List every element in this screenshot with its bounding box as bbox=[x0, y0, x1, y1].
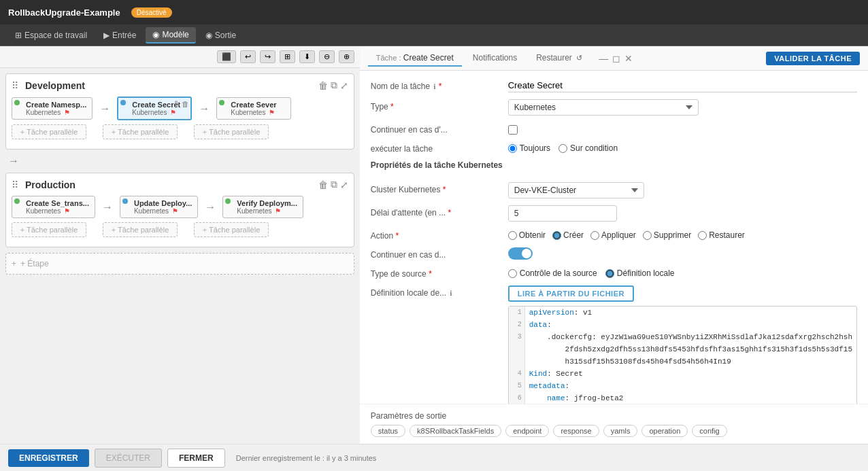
restore-icon[interactable]: ◻ bbox=[612, 53, 620, 64]
action-appliquer-radio[interactable] bbox=[590, 231, 599, 240]
task-2-edit-btn[interactable]: ✎ bbox=[174, 99, 180, 108]
execute-button[interactable]: EXÉCUTER bbox=[95, 449, 162, 468]
parallel-task-dev-1[interactable]: + Tâche parallèle bbox=[12, 124, 86, 139]
task-4-type: Kubernetes ⚑ bbox=[18, 207, 89, 215]
bottom-bar: ENREGISTRER EXÉCUTER FERMER Dernier enre… bbox=[0, 444, 868, 471]
stage-development: ⠿ Development 🗑 ⧉ ⤢ Create Namesp... Ku bbox=[5, 73, 354, 150]
nav-model[interactable]: ◉ Modèle bbox=[146, 27, 195, 43]
execute-always-label[interactable]: Toujours bbox=[508, 143, 550, 153]
task-create-namespace[interactable]: Create Namesp... Kubernetes ⚑ bbox=[12, 97, 93, 120]
toolbar-download-btn[interactable]: ⬇ bbox=[299, 50, 315, 63]
task-dot-5 bbox=[122, 198, 128, 204]
tab-notifications[interactable]: Notifications bbox=[465, 50, 525, 67]
minimize-icon[interactable]: — bbox=[599, 53, 608, 64]
action-obtenir-radio[interactable] bbox=[508, 231, 517, 240]
app-title: RollbackUpgrade-Example bbox=[8, 7, 120, 18]
form-row-continue-error2: Continuer en cas d... bbox=[371, 247, 857, 260]
continue-error-toggle[interactable] bbox=[508, 247, 533, 260]
drag-handle-dev[interactable]: ⠿ bbox=[12, 80, 18, 91]
code-line-5: 5 metadata: bbox=[509, 380, 856, 392]
tab-tache[interactable]: Tâche : Create Secret bbox=[368, 50, 462, 67]
stage-dev-expand-btn[interactable]: ⤢ bbox=[340, 80, 348, 91]
parallel-task-dev-3[interactable]: + Tâche parallèle bbox=[194, 124, 269, 139]
task-6-name: Verify Deploym... bbox=[229, 199, 297, 207]
action-restaurer-radio[interactable] bbox=[698, 231, 707, 240]
cluster-select[interactable]: Dev-VKE-Cluster Prod-VKE-Cluster bbox=[508, 182, 644, 198]
toolbar-redo-btn[interactable]: ↪ bbox=[260, 50, 276, 63]
source-control-radio[interactable] bbox=[508, 269, 517, 278]
task-create-sever[interactable]: Create Sever Kubernetes ⚑ bbox=[216, 97, 291, 120]
type-select[interactable]: Kubernetes Docker Shell bbox=[508, 99, 699, 116]
close-icon[interactable]: ✕ bbox=[624, 53, 633, 64]
arrow-1: → bbox=[99, 103, 110, 115]
execute-condition-label[interactable]: Sur condition bbox=[558, 143, 618, 153]
taskname-input[interactable] bbox=[508, 79, 857, 92]
code-line-3b: 2fdsh5zxdg2dfh5ss13h8dfs5453hfdsfhf3as15… bbox=[509, 343, 856, 355]
task-create-se-trans[interactable]: Create Se_trans... Kubernetes ⚑ bbox=[12, 196, 95, 218]
task-verify-deploy[interactable]: Verify Deploym... Kubernetes ⚑ bbox=[222, 196, 303, 218]
task-create-secret[interactable]: ✎ 🗑 Create Secret Kubernetes ⚑ bbox=[117, 97, 192, 120]
form-row-execute: exécuter la tâche Toujours Sur condition bbox=[371, 141, 857, 154]
execute-always-text: Toujours bbox=[520, 143, 550, 153]
add-stage-label: + Étape bbox=[20, 259, 49, 268]
close-button[interactable]: FERMER bbox=[167, 449, 225, 468]
toolbar-fit-btn[interactable]: ⊞ bbox=[280, 50, 295, 63]
toolbar-zoom-in-btn[interactable]: ⊕ bbox=[339, 50, 354, 63]
stage-production: ⠿ Production 🗑 ⧉ ⤢ Create Se_trans... Ku… bbox=[5, 173, 354, 247]
execute-condition-radio[interactable] bbox=[558, 144, 567, 153]
code-line-6: 6 name: jfrog-beta2 bbox=[509, 392, 856, 404]
local-def-label[interactable]: Définition locale bbox=[605, 268, 675, 278]
right-tab-icons: — ◻ ✕ bbox=[599, 53, 633, 64]
parallel-task-prod-3[interactable]: + Tâche parallèle bbox=[194, 222, 269, 237]
parallel-task-prod-2[interactable]: + Tâche parallèle bbox=[103, 222, 178, 237]
task-update-deploy[interactable]: Update Deploy... Kubernetes ⚑ bbox=[120, 196, 198, 218]
local-def-radio[interactable] bbox=[605, 269, 614, 278]
stage-dev-copy-btn[interactable]: ⧉ bbox=[331, 80, 337, 91]
execute-condition-text: Sur condition bbox=[570, 143, 618, 153]
task-2-delete-btn[interactable]: 🗑 bbox=[182, 99, 189, 108]
action-supprimer-label[interactable]: Supprimer bbox=[643, 230, 691, 240]
stage-production-actions: 🗑 ⧉ ⤢ bbox=[318, 179, 348, 190]
model-icon: ◉ bbox=[152, 30, 159, 39]
toolbar-undo-btn[interactable]: ↩ bbox=[240, 50, 256, 63]
action-creer-label[interactable]: Créer bbox=[552, 230, 584, 240]
nav-output[interactable]: ◉ Sortie bbox=[199, 28, 243, 43]
code-editor[interactable]: 1 apiVersion: v1 2 data: 3 .dockercfg: e… bbox=[508, 306, 857, 404]
stage-arrow-icon: → bbox=[8, 155, 19, 167]
validate-task-btn[interactable]: VALIDER LA TÂCHE bbox=[766, 52, 860, 65]
timeout-input[interactable] bbox=[508, 205, 617, 222]
right-tabs: Tâche : Create Secret Notifications Rest… bbox=[360, 46, 868, 71]
label-cluster: Cluster Kubernetes * bbox=[371, 182, 500, 194]
action-supprimer-radio[interactable] bbox=[643, 231, 652, 240]
stage-prod-delete-btn[interactable]: 🗑 bbox=[318, 179, 328, 190]
execute-always-radio[interactable] bbox=[508, 144, 517, 153]
continue-error-checkbox[interactable] bbox=[508, 125, 518, 135]
file-btn[interactable]: LIRE À PARTIR DU FICHIER bbox=[508, 285, 634, 302]
parallel-task-prod-1[interactable]: + Tâche parallèle bbox=[12, 222, 86, 237]
parallel-task-dev-2[interactable]: + Tâche parallèle bbox=[103, 124, 178, 139]
stage-production-title: Production bbox=[25, 179, 76, 190]
stage-dev-delete-btn[interactable]: 🗑 bbox=[318, 80, 328, 91]
add-stage-box[interactable]: + + Étape bbox=[5, 253, 354, 275]
toolbar-frame-btn[interactable]: ⬛ bbox=[217, 50, 236, 63]
task-2-link: ⚑ bbox=[170, 109, 176, 116]
drag-handle-prod[interactable]: ⠿ bbox=[12, 179, 18, 190]
source-control-label[interactable]: Contrôle de la source bbox=[508, 268, 597, 278]
action-restaurer-label[interactable]: Restaurer bbox=[698, 230, 745, 240]
tab-restaurer[interactable]: Restaurer ↺ bbox=[528, 50, 590, 67]
form-row-timeout: Délai d'attente (en ... * bbox=[371, 205, 857, 222]
save-button[interactable]: ENREGISTRER bbox=[8, 449, 89, 467]
action-obtenir-label[interactable]: Obtenir bbox=[508, 230, 546, 240]
nav-workspace[interactable]: ⊞ Espace de travail bbox=[8, 28, 94, 43]
nav-input[interactable]: ▶ Entrée bbox=[97, 28, 143, 43]
tab-tache-label: Create Secret bbox=[403, 53, 454, 63]
label-timeout: Délai d'attente (en ... * bbox=[371, 205, 500, 217]
task-2-type: Kubernetes ⚑ bbox=[124, 109, 185, 116]
stage-prod-expand-btn[interactable]: ⤢ bbox=[340, 179, 348, 190]
tab-notifications-label: Notifications bbox=[473, 53, 517, 63]
action-creer-radio[interactable] bbox=[552, 231, 561, 240]
action-appliquer-label[interactable]: Appliquer bbox=[590, 230, 636, 240]
toolbar-zoom-out-btn[interactable]: ⊖ bbox=[319, 50, 335, 63]
last-save-text: Dernier enregistrement le : il y a 3 min… bbox=[236, 454, 377, 462]
stage-prod-copy-btn[interactable]: ⧉ bbox=[331, 179, 337, 190]
